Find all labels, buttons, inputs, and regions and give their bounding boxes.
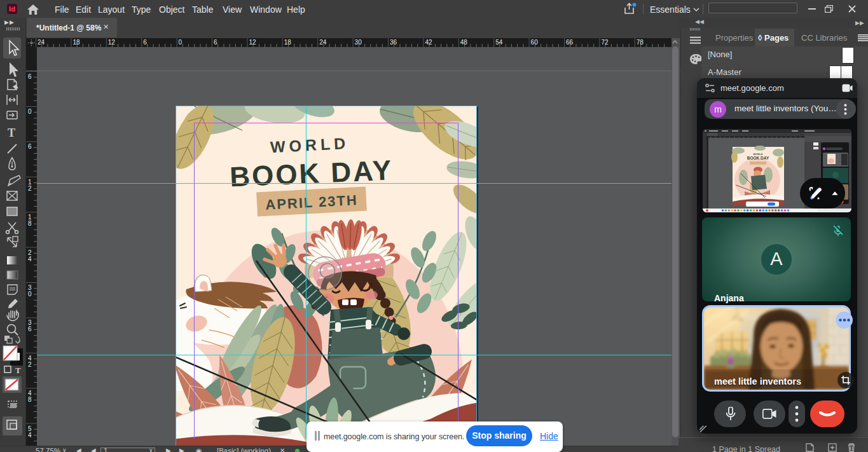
- svg-text:0: 0: [179, 39, 183, 46]
- svg-text:2: 2: [28, 361, 32, 368]
- svg-text:BOOK DAY: BOOK DAY: [747, 156, 769, 160]
- svg-text:6: 6: [28, 325, 32, 332]
- svg-text:2: 2: [28, 185, 32, 192]
- svg-text:36: 36: [390, 39, 397, 46]
- svg-text:0: 0: [28, 108, 32, 115]
- svg-text:48: 48: [460, 39, 468, 46]
- svg-text:6: 6: [143, 39, 147, 46]
- svg-text:6: 6: [28, 143, 32, 150]
- svg-text:60: 60: [531, 39, 539, 46]
- svg-text:42: 42: [425, 39, 432, 46]
- svg-text:T: T: [8, 127, 15, 139]
- svg-text:8: 8: [28, 396, 32, 403]
- svg-text:4: 4: [28, 256, 32, 263]
- svg-text:4: 4: [28, 432, 32, 439]
- svg-text:6: 6: [214, 39, 217, 46]
- svg-text:78: 78: [637, 39, 644, 46]
- svg-text:8: 8: [28, 220, 32, 227]
- svg-text:18: 18: [284, 39, 292, 46]
- svg-text:0: 0: [28, 291, 32, 298]
- svg-text:12: 12: [249, 39, 256, 46]
- svg-text:30: 30: [355, 39, 362, 46]
- svg-text:54: 54: [495, 39, 503, 46]
- svg-text:12: 12: [108, 39, 116, 46]
- svg-text:T: T: [15, 366, 21, 375]
- svg-text:24: 24: [38, 39, 45, 46]
- svg-text:66: 66: [566, 39, 574, 46]
- svg-text:18: 18: [72, 39, 80, 46]
- svg-text:72: 72: [601, 39, 609, 46]
- svg-text:6: 6: [28, 73, 32, 80]
- svg-text:24: 24: [319, 39, 327, 46]
